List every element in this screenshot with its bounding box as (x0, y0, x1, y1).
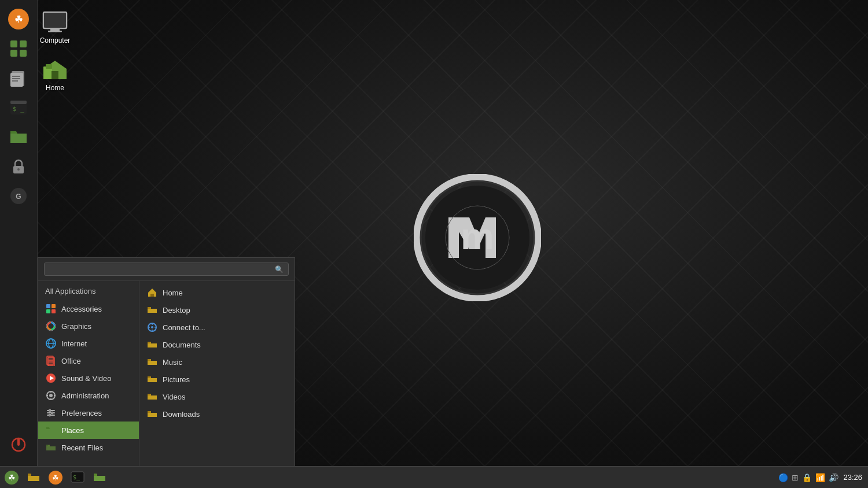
downloads-label: Downloads (163, 410, 200, 419)
network-config-icon[interactable]: ⊞ (792, 473, 799, 482)
taskbar-clock[interactable]: 23:26 (843, 473, 862, 482)
svg-rect-19 (12, 78, 20, 79)
svg-rect-7 (50, 28, 60, 31)
menu-item-graphics[interactable]: Graphics (38, 317, 139, 335)
svg-rect-49 (54, 395, 56, 396)
sidebar-terminal[interactable]: $ _ (5, 94, 32, 121)
start-menu: 🔍 All Applications Accessories (38, 257, 295, 466)
network-icon[interactable]: 📶 (815, 473, 825, 482)
desktop-icons: Computer Home (32, 6, 78, 95)
menu-item-pictures[interactable]: Pictures (139, 371, 295, 388)
internet-icon (45, 338, 57, 349)
desktop-icon-home[interactable]: Home (32, 53, 78, 95)
internet-label: Internet (61, 339, 87, 348)
taskbar-right: 🔵 ⊞ 🔒 📶 🔊 23:26 (778, 473, 868, 482)
taskbar-folder-button[interactable] (89, 468, 110, 487)
sidebar: ☘ $ _ (0, 0, 38, 466)
menu-left-panel: All Applications Accessories Graphics (38, 281, 139, 466)
folder-icon (9, 128, 28, 146)
office-icon (45, 355, 57, 367)
menu-item-office[interactable]: Office (38, 352, 139, 369)
svg-point-45 (49, 394, 53, 397)
menu-item-accessories[interactable]: Accessories (38, 300, 139, 317)
svg-rect-29 (17, 438, 20, 446)
lock-icon (10, 158, 27, 175)
menu-item-videos[interactable]: Videos (139, 388, 295, 405)
sound-video-icon (45, 372, 57, 384)
svg-text:G: G (16, 193, 21, 201)
menu-item-home-place[interactable]: Home (139, 284, 295, 301)
documents-label: Documents (163, 341, 201, 349)
security-icon[interactable]: 🔒 (802, 473, 812, 482)
connect-to-label: Connect to... (163, 323, 205, 332)
menu-item-documents[interactable]: Documents (139, 336, 295, 353)
sidebar-apps-grid[interactable] (5, 35, 32, 62)
menu-item-internet[interactable]: Internet (38, 335, 139, 352)
svg-rect-31 (52, 304, 56, 308)
svg-point-58 (151, 326, 153, 328)
taskbar-folder-icon (93, 471, 106, 485)
svg-rect-18 (12, 76, 20, 77)
menu-item-sound-video[interactable]: Sound & Video (38, 369, 139, 387)
taskbar-mintmenu-button[interactable]: ☘ (45, 468, 66, 487)
home-folder-icon (41, 56, 69, 84)
accessories-label: Accessories (61, 305, 102, 313)
desktop-label: Desktop (163, 306, 190, 315)
svg-point-55 (49, 414, 51, 416)
bluetooth-icon[interactable]: 🔵 (778, 473, 788, 482)
all-apps-label[interactable]: All Applications (38, 284, 139, 300)
desktop-icon-computer[interactable]: Computer (32, 6, 78, 47)
search-icon: 🔍 (275, 265, 284, 273)
svg-rect-46 (50, 391, 52, 393)
svg-point-54 (51, 412, 53, 414)
sound-video-label: Sound & Video (61, 374, 112, 383)
svg-rect-6 (45, 13, 65, 27)
administration-icon (45, 390, 57, 401)
preferences-icon (45, 407, 57, 419)
menu-item-recent-files[interactable]: Recent Files (38, 439, 139, 456)
menu-content: All Applications Accessories Graphics (38, 281, 295, 466)
taskbar-files-button[interactable] (23, 468, 44, 487)
sidebar-power[interactable] (5, 431, 32, 457)
taskbar-left: ☘ ☘ $_ (0, 468, 110, 487)
svg-rect-11 (52, 71, 58, 79)
svg-rect-32 (46, 309, 50, 313)
apps-grid-icon (9, 39, 28, 58)
menu-item-desktop[interactable]: Desktop (139, 301, 295, 319)
start-button-icon: ☘ (4, 470, 19, 485)
svg-rect-12 (10, 40, 17, 47)
taskbar-mintmenu-icon: ☘ (48, 470, 63, 485)
svg-point-25 (17, 168, 20, 171)
computer-icon (41, 9, 69, 36)
menu-item-preferences[interactable]: Preferences (38, 404, 139, 422)
administration-label: Administration (61, 391, 109, 400)
sidebar-folder[interactable] (5, 124, 32, 150)
menu-item-administration[interactable]: Administration (38, 387, 139, 404)
menu-item-downloads[interactable]: Downloads (139, 405, 295, 423)
volume-icon[interactable]: 🔊 (829, 473, 838, 482)
preferences-label: Preferences (61, 409, 102, 417)
sidebar-mintmenu[interactable]: ☘ (5, 6, 32, 32)
sidebar-lock[interactable] (5, 153, 32, 180)
sidebar-gimp[interactable]: G (5, 183, 32, 209)
computer-label: Computer (40, 36, 71, 45)
menu-item-connect-to[interactable]: Connect to... (139, 319, 295, 336)
taskbar-terminal-button[interactable]: $_ (67, 468, 88, 487)
svg-text:m: m (461, 215, 494, 257)
taskbar-start-button[interactable]: ☘ (1, 468, 22, 487)
svg-rect-10 (46, 64, 52, 69)
desktop: m Computer Home (0, 0, 868, 488)
office-label: Office (61, 357, 81, 365)
menu-item-places[interactable]: Places (38, 422, 139, 439)
search-input[interactable] (49, 265, 275, 273)
search-input-wrap[interactable]: 🔍 (44, 263, 289, 276)
sidebar-files[interactable] (5, 65, 32, 91)
taskbar: ☘ ☘ $_ (0, 466, 868, 488)
svg-rect-33 (52, 309, 56, 313)
svg-rect-22 (10, 101, 27, 104)
places-label: Places (61, 426, 84, 435)
accessories-icon (45, 303, 57, 315)
menu-item-music[interactable]: Music (139, 353, 295, 371)
svg-rect-8 (48, 31, 62, 32)
downloads-icon (146, 408, 158, 420)
